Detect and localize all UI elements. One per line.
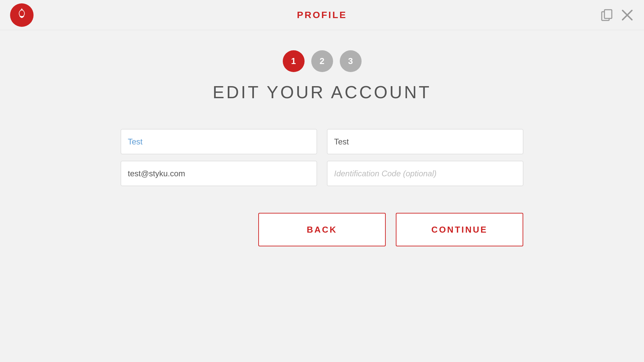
- form-row-email: [121, 161, 523, 186]
- header-actions: [600, 8, 634, 22]
- first-name-input[interactable]: [121, 129, 317, 154]
- step-indicators: 1 2 3: [283, 50, 362, 72]
- copy-icon[interactable]: [600, 8, 614, 22]
- form-row-name: [121, 129, 523, 154]
- id-code-input[interactable]: [327, 161, 523, 186]
- close-icon[interactable]: [621, 8, 634, 22]
- header: PROFILE: [0, 0, 644, 30]
- edit-account-form: [121, 129, 523, 186]
- form-buttons: BACK CONTINUE: [121, 213, 523, 246]
- svg-rect-3: [604, 10, 612, 18]
- page-header-title: PROFILE: [297, 10, 347, 20]
- svg-point-1: [19, 10, 24, 16]
- step-1-indicator[interactable]: 1: [283, 50, 305, 72]
- continue-button[interactable]: CONTINUE: [396, 213, 523, 246]
- logo: [10, 3, 34, 27]
- main-content: 1 2 3 EDIT YOUR ACCOUNT BACK CONTINUE: [0, 30, 644, 246]
- step-2-indicator[interactable]: 2: [311, 50, 333, 72]
- last-name-input[interactable]: [327, 129, 523, 154]
- step-3-indicator[interactable]: 3: [340, 50, 362, 72]
- page-title: EDIT YOUR ACCOUNT: [213, 82, 431, 102]
- back-button[interactable]: BACK: [258, 213, 386, 246]
- email-input[interactable]: [121, 161, 317, 186]
